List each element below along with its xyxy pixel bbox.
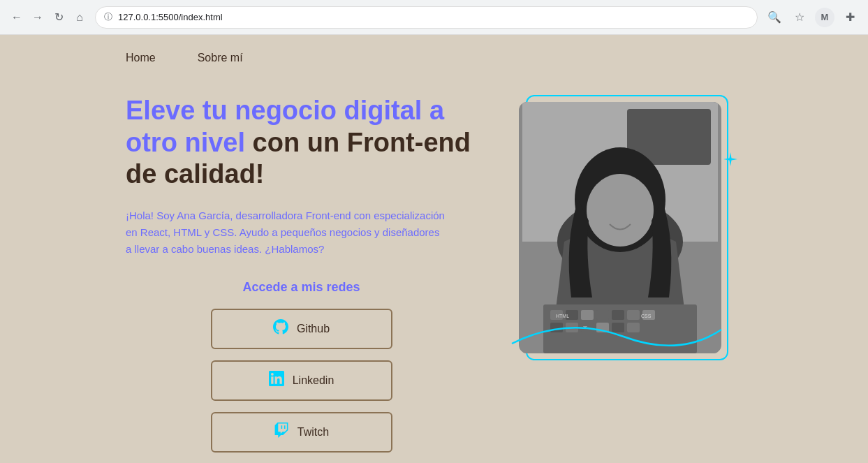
github-label: Github bbox=[297, 323, 330, 335]
github-icon bbox=[273, 319, 288, 338]
left-content: Eleve tu negocio digital a otro nivel co… bbox=[126, 95, 477, 453]
url-text: 127.0.0.1:5500/index.html bbox=[118, 12, 749, 22]
profile-button[interactable]: M bbox=[815, 8, 834, 27]
nav-home[interactable]: Home bbox=[126, 52, 156, 64]
image-container: HTML CSS JS bbox=[519, 95, 728, 360]
twitch-label: Twitch bbox=[297, 426, 329, 439]
info-icon: ⓘ bbox=[104, 11, 112, 23]
right-content: HTML CSS JS bbox=[519, 95, 742, 360]
address-bar[interactable]: ⓘ 127.0.0.1:5500/index.html bbox=[95, 6, 758, 29]
home-button[interactable]: ⌂ bbox=[71, 9, 88, 26]
back-button[interactable]: ← bbox=[8, 9, 25, 26]
sparkle-icon bbox=[722, 151, 739, 172]
forward-button[interactable]: → bbox=[29, 9, 46, 26]
main-section: Eleve tu negocio digital a otro nivel co… bbox=[0, 81, 868, 463]
browser-chrome: ← → ↻ ⌂ ⓘ 127.0.0.1:5500/index.html 🔍 ☆ … bbox=[0, 0, 868, 35]
hero-title: Eleve tu negocio digital a otro nivel co… bbox=[126, 95, 477, 191]
decorative-curve bbox=[498, 302, 735, 374]
reload-button[interactable]: ↻ bbox=[50, 9, 67, 26]
browser-actions: 🔍 ☆ M ✚ bbox=[765, 8, 860, 27]
linkedin-button[interactable]: Linkedin bbox=[211, 360, 392, 401]
linkedin-label: Linkedin bbox=[293, 374, 334, 387]
social-buttons-container: Github Linkedin bbox=[126, 309, 477, 453]
social-heading: Accede a mis redes bbox=[126, 280, 477, 295]
github-button[interactable]: Github bbox=[211, 309, 392, 349]
svg-point-5 bbox=[587, 174, 654, 247]
browser-nav-group: ← → ↻ ⌂ bbox=[8, 9, 88, 26]
hero-description: ¡Hola! Soy Ana García, desarrolladora Fr… bbox=[126, 207, 447, 258]
search-button[interactable]: 🔍 bbox=[765, 8, 784, 27]
extensions-button[interactable]: ✚ bbox=[840, 8, 860, 27]
nav-about[interactable]: Sobre mí bbox=[198, 52, 243, 64]
twitch-button[interactable]: Twitch bbox=[211, 412, 392, 453]
twitch-icon bbox=[274, 422, 289, 441]
linkedin-icon bbox=[269, 371, 284, 390]
bookmark-button[interactable]: ☆ bbox=[790, 8, 809, 27]
navigation: Home Sobre mí bbox=[0, 35, 868, 81]
page-content: Home Sobre mí Eleve tu negocio digital a… bbox=[0, 35, 868, 463]
